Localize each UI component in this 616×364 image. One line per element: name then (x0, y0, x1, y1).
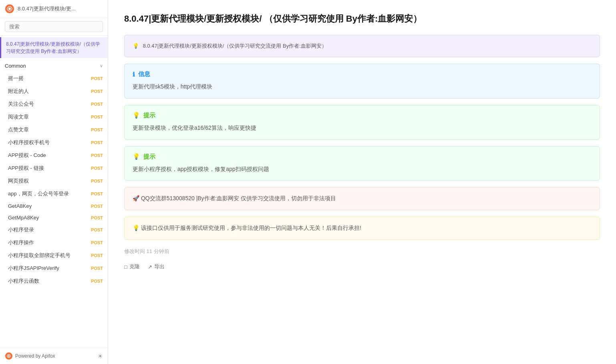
export-button[interactable]: ↗ 导出 (148, 261, 165, 272)
method-badge: POST (91, 140, 103, 145)
nav-item[interactable]: APP授权 - CodePOST (0, 149, 108, 162)
nav-item-label: APP授权 - Code (8, 152, 46, 159)
method-badge: POST (91, 266, 103, 271)
nav-item[interactable]: 点赞文章POST (0, 123, 108, 136)
method-badge: POST (91, 215, 103, 220)
breadcrumb-text: 💡 8.0.47|更新代理模块/更新授权模块/（仅供学习研究交流使用 By作者:… (133, 43, 327, 49)
app-logo-icon (5, 4, 14, 14)
action-bar: □ 克隆 ↗ 导出 (124, 261, 600, 272)
tip1-header-text: 提示 (143, 112, 155, 119)
nav-item-label: 小程序JSAPIPreVerify (8, 265, 59, 272)
modified-time: 修改时间 11 分钟前 (124, 248, 600, 255)
breadcrumb-card: 💡 8.0.47|更新代理模块/更新授权模块/（仅供学习研究交流使用 By作者:… (124, 35, 600, 57)
nav-item[interactable]: 网页授权POST (0, 175, 108, 187)
main-content: 8.0.47|更新代理模块/更新授权模块/ （仅供学习研究使用 By作者:血影网… (108, 0, 616, 364)
clone-button[interactable]: □ 克隆 (124, 261, 140, 272)
tip1-text: 更新登录模块，优化登录a16/62算法，响应更快捷 (133, 123, 592, 133)
nav-item-label: 附近的人 (8, 88, 29, 95)
nav-item-label: 阅读文章 (8, 113, 29, 121)
nav-item-label: 点赞文章 (8, 126, 29, 133)
nav-item-label: 小程序登录 (8, 226, 34, 233)
nav-item-label: 网页授权 (8, 177, 29, 185)
tip1-card-header: 💡 提示 (133, 112, 592, 119)
tip1-icon: 💡 (133, 112, 140, 119)
nav-item[interactable]: 阅读文章POST (0, 111, 108, 123)
export-icon: ↗ (148, 264, 152, 270)
nav-item-label: 关注公众号 (8, 101, 34, 108)
nav-items-container: 摇一摇POST附近的人POST关注公众号POST阅读文章POST点赞文章POST… (0, 72, 108, 288)
sidebar-title: 8.0.47|更新代理模块/更... (18, 5, 103, 12)
nav-item[interactable]: 小程序云函数POST (0, 275, 108, 288)
nav-item[interactable]: 小程序操作POST (0, 236, 108, 249)
nav-item[interactable]: APP授权 - 链接POST (0, 162, 108, 175)
section-label: Common (5, 63, 26, 69)
nav-item-label: GetA8Key (8, 203, 32, 209)
nav-item-label: 小程序提取全部绑定手机号 (8, 252, 70, 259)
tip2-text: 更新小程序授权，app授权模块，修复app扫码授权问题 (133, 165, 592, 174)
method-badge: POST (91, 227, 103, 232)
nav-item-label: 小程序云函数 (8, 278, 39, 285)
nav-item[interactable]: 附近的人POST (0, 85, 108, 98)
info-card: ℹ 信息 更新代理sk5模块，http代理模块 (124, 64, 600, 99)
search-box (0, 18, 108, 36)
nav-item-label: 小程序授权手机号 (8, 139, 50, 146)
method-badge: POST (91, 89, 103, 94)
footer-label: Powered by Apifox (15, 353, 55, 359)
sidebar-header: 8.0.47|更新代理模块/更... (0, 0, 108, 18)
nav-item[interactable]: 小程序提取全部绑定手机号POST (0, 249, 108, 262)
tip2-header-text: 提示 (143, 153, 155, 161)
method-badge: POST (91, 179, 103, 183)
nav-item[interactable]: GetMpA8KeyPOST (0, 212, 108, 223)
method-badge: POST (91, 253, 103, 258)
apifox-logo-icon (5, 352, 13, 360)
nav-item-label: app，网页，公众号等登录 (8, 190, 69, 197)
method-badge: POST (91, 166, 103, 171)
sidebar-footer-left: Powered by Apifox (5, 352, 55, 360)
nav-item[interactable]: 小程序JSAPIPreVerifyPOST (0, 262, 108, 275)
warning-card: 🚀 QQ交流群513008520 |By作者:血影网安 仅供学习交流使用，切勿用… (124, 187, 600, 210)
nav-item-label: APP授权 - 链接 (8, 165, 44, 172)
tip2-card: 💡 提示 更新小程序授权，app授权模块，修复app扫码授权问题 (124, 146, 600, 181)
tip1-card: 💡 提示 更新登录模块，优化登录a16/62算法，响应更快捷 (124, 105, 600, 140)
nav-item[interactable]: app，网页，公众号等登录POST (0, 187, 108, 200)
sidebar-nav: Common ∨ 摇一摇POST附近的人POST关注公众号POST阅读文章POS… (0, 60, 108, 348)
method-badge: POST (91, 153, 103, 158)
warning-text: 🚀 QQ交流群513008520 |By作者:血影网安 仅供学习交流使用，切勿用… (133, 194, 592, 203)
settings-icon[interactable]: ☀ (97, 352, 103, 360)
disclaimer-card: 💡 该接口仅供用于服务测试研究使用，参与非法使用的一切问题与本人无关！后果自行承… (124, 217, 600, 240)
nav-item-label: GetMpA8Key (8, 215, 39, 221)
method-badge: POST (91, 279, 103, 284)
tip2-icon: 💡 (133, 153, 140, 160)
nav-item[interactable]: GetA8KeyPOST (0, 200, 108, 212)
info-icon: ℹ (133, 71, 135, 78)
page-title: 8.0.47|更新代理模块/更新授权模块/ （仅供学习研究使用 By作者:血影网… (124, 12, 600, 25)
method-badge: POST (91, 127, 103, 132)
active-nav-item[interactable]: 8.0.47|更新代理模块/更新授权模块/（仅供学习研究交流使用 By作者:血影… (0, 37, 108, 58)
method-badge: POST (91, 102, 103, 107)
nav-item-label: 摇一摇 (8, 75, 24, 82)
info-card-header: ℹ 信息 (133, 70, 592, 78)
tip2-card-header: 💡 提示 (133, 153, 592, 161)
method-badge: POST (91, 204, 103, 209)
info-text: 更新代理sk5模块，http代理模块 (133, 82, 592, 92)
sidebar: 8.0.47|更新代理模块/更... 8.0.47|更新代理模块/更新授权模块/… (0, 0, 108, 364)
nav-item[interactable]: 小程序授权手机号POST (0, 136, 108, 149)
method-badge: POST (91, 76, 103, 81)
search-input[interactable] (5, 21, 103, 32)
method-badge: POST (91, 115, 103, 119)
nav-item[interactable]: 关注公众号POST (0, 98, 108, 111)
disclaimer-text: 💡 该接口仅供用于服务测试研究使用，参与非法使用的一切问题与本人无关！后果自行承… (133, 223, 592, 233)
section-header-common[interactable]: Common ∨ (0, 60, 108, 72)
nav-item[interactable]: 小程序登录POST (0, 223, 108, 236)
breadcrumb-icon: 💡 (133, 43, 139, 49)
chevron-down-icon: ∨ (100, 63, 103, 68)
info-header-text: 信息 (138, 70, 150, 78)
method-badge: POST (91, 191, 103, 196)
sidebar-footer: Powered by Apifox ☀ (0, 348, 108, 364)
nav-item-label: 小程序操作 (8, 239, 34, 246)
svg-point-4 (8, 355, 10, 357)
method-badge: POST (91, 240, 103, 245)
nav-item[interactable]: 摇一摇POST (0, 72, 108, 85)
clone-icon: □ (124, 264, 127, 270)
svg-point-1 (8, 8, 11, 10)
